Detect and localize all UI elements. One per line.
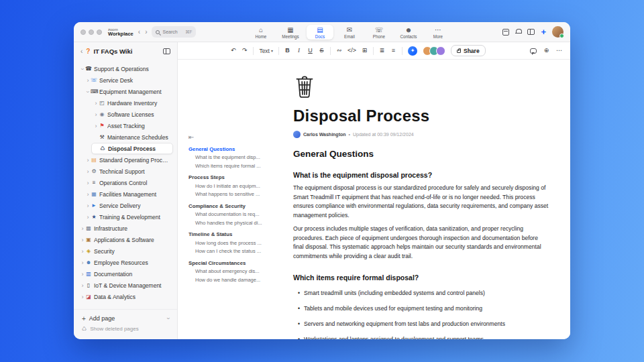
chevron-icon[interactable] [80,259,85,266]
document-block[interactable]: Smart treadmill units (including embedde… [297,289,547,297]
document-block[interactable]: Workstations and laptops assigned to dev… [297,335,547,339]
table-icon[interactable]: ⊞ [362,48,368,54]
schedule-icon[interactable] [502,29,509,36]
code-icon[interactable]: </> [347,48,356,54]
document-block[interactable]: What is the equipment disposal process? [293,171,554,179]
chevron-icon[interactable] [85,157,91,164]
tab-home[interactable]: ⌂ Home [248,25,274,40]
chevron-icon[interactable] [80,237,85,243]
document-block[interactable]: General Questions [293,149,554,159]
avatar[interactable] [552,26,564,38]
notifications-bell-icon[interactable] [515,29,521,35]
document-block[interactable]: The equipment disposal process is our st… [293,184,549,220]
tree-item[interactable]: ◉ Software Licenses [91,109,173,120]
search-input[interactable]: Search ⌘F [152,26,196,38]
chevron-icon[interactable] [85,168,91,175]
zoom-window-button[interactable] [97,29,102,35]
undo-button[interactable]: ↶ [230,48,236,54]
back-button[interactable]: ‹ [138,28,140,36]
more-icon[interactable]: ⋯ [556,48,562,54]
chevron-icon[interactable] [80,225,85,232]
chevron-icon[interactable] [85,202,91,209]
redo-button[interactable]: ↷ [241,48,248,54]
tree-item[interactable]: ⚙ Technical Support [83,166,173,177]
tree-item[interactable]: ► Service Delivery [83,200,173,211]
toc-entry[interactable]: How do we handle damage... [189,276,274,284]
strikethrough-button[interactable]: S [319,48,325,54]
tab-meetings[interactable]: ▦ Meetings [277,25,304,40]
tree-item[interactable]: ⚑ Asset Tracking [91,120,173,131]
toc-entry[interactable]: General Questions [189,145,274,154]
sidebar-collapse-icon[interactable] [163,48,170,54]
chevron-icon[interactable] [79,66,86,72]
toc-entry[interactable]: How do I initiate an equipm... [189,182,274,190]
share-button[interactable]: Share [451,45,486,56]
tree-item[interactable]: ▤ Standard Operating Procedures [83,154,173,166]
toc-entry[interactable]: How can I check the status ... [189,247,274,256]
tree-item[interactable]: ⌨ Equipment Management [83,86,173,97]
bold-button[interactable]: B [284,48,290,54]
tree-item[interactable]: ☎ Support & Operations [78,63,173,74]
layout-panel-icon[interactable] [527,29,535,35]
document-block[interactable]: Tablets and mobile devices used for equi… [297,304,547,312]
tree-item[interactable]: ▯ IoT & Device Management [78,280,173,291]
chevron-icon[interactable] [85,191,91,198]
tab-phone[interactable]: ☏ Phone [366,25,392,40]
chevron-icon[interactable] [80,294,85,300]
tree-item[interactable]: ⚒ Maintenance Schedules [91,131,173,143]
tree-item[interactable]: ☏ Service Desk [83,74,173,86]
tree-item[interactable]: ≡ Operations Control [83,177,173,188]
close-window-button[interactable] [80,29,86,35]
document-block[interactable]: Which items require formal disposal? [293,274,554,282]
ai-companion-button[interactable]: ✦ [408,46,417,56]
chevron-icon[interactable] [85,89,91,95]
toc-entry[interactable]: What documentation is req... [189,210,274,219]
link-icon[interactable]: ∾ [336,48,342,54]
document[interactable]: Disposal Process Carlos Washington • Upd… [278,60,570,339]
underline-button[interactable]: U [307,48,313,54]
chevron-icon[interactable] [85,77,91,84]
collaborator-avatar[interactable] [436,46,445,56]
sidebar-back-button[interactable]: ‹ [80,48,83,55]
show-deleted-pages-button[interactable]: ♺ Show deleted pages [79,324,172,333]
forward-button[interactable]: › [145,28,147,36]
tree-item[interactable]: ♺ Disposal Process [91,143,173,154]
tree-item[interactable]: ☻ Employee Resources [78,257,173,268]
tree-item[interactable]: ◪ Data & Analytics [78,291,173,302]
toc-entry[interactable]: Special Circumstances [189,259,274,267]
chevron-icon[interactable] [93,100,99,107]
tree-item[interactable]: ★ Training & Development [83,211,173,223]
add-button[interactable]: + [541,27,546,36]
toc-entry[interactable]: Timeline & Status [189,231,274,239]
tab-email[interactable]: ✉ Email [336,25,363,40]
minimize-window-button[interactable] [89,29,94,35]
tree-item[interactable]: ▩ Infrastructure [78,223,173,234]
tree-item[interactable]: ▥ Documentation [78,268,173,280]
text-style-dropdown[interactable]: Text ▾ [259,48,273,54]
chevron-icon[interactable] [93,123,99,129]
tab-contacts[interactable]: ☻ Contacts [395,25,422,40]
document-block[interactable]: Servers and networking equipment from te… [297,320,547,328]
tree-item[interactable]: ◰ Hardware Inventory [91,97,173,109]
tree-item[interactable]: ▣ Applications & Software [78,234,173,245]
tab-more[interactable]: ⋯ More [425,25,451,40]
tab-docs[interactable]: ▤ Docs [307,25,333,40]
chevron-icon[interactable] [80,248,85,255]
italic-button[interactable]: I [296,48,302,54]
toc-entry[interactable]: What happens to sensitive ... [189,190,274,199]
chevron-icon[interactable] [80,282,85,289]
document-block[interactable]: Our process includes multiple stages of … [293,225,549,261]
toc-entry[interactable]: What about emergency dis... [189,267,274,276]
toc-collapse-icon[interactable]: ⇤ [189,133,274,141]
add-page-button[interactable]: + Add page › [79,313,172,324]
chevron-icon[interactable] [85,180,91,186]
chevron-icon[interactable] [85,214,91,221]
toc-entry[interactable]: Which items require formal ... [189,162,274,170]
tree-item[interactable]: ▦ Facilities Management [83,188,173,200]
chevron-icon[interactable] [93,111,99,118]
globe-icon[interactable]: ⊕ [543,48,549,54]
tree-item[interactable]: ◈ Security [78,245,173,257]
toc-entry[interactable]: What is the equipment disp... [189,154,274,162]
toc-entry[interactable]: Who handles the physical di... [189,219,274,227]
toc-entry[interactable]: Compliance & Security [189,202,274,210]
